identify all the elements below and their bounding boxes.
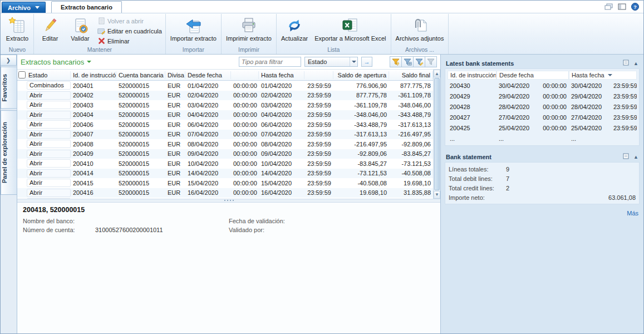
cell[interactable]: 02/04/2020 xyxy=(259,92,304,99)
cell[interactable]: 520000015 xyxy=(116,141,165,148)
cell[interactable]: EUR xyxy=(165,189,185,196)
importar-extracto-button[interactable]: Importar extracto xyxy=(167,14,220,46)
cell[interactable]: 19.698,10 xyxy=(333,189,389,196)
cell[interactable]: 01/04/2020 xyxy=(185,82,231,89)
cell[interactable]: 200404 xyxy=(71,111,116,118)
splitter-handle[interactable] xyxy=(17,199,440,203)
editar-en-cuadricula-button[interactable]: Editar en cuadrícula xyxy=(95,27,164,35)
column-header[interactable]: Hasta fecha xyxy=(259,71,304,79)
cell[interactable]: 520000015 xyxy=(116,150,165,157)
help-icon[interactable]: ? xyxy=(631,3,639,11)
cell[interactable]: EUR xyxy=(165,131,185,137)
cell[interactable]: 03/04/2020 xyxy=(259,102,304,109)
column-header[interactable]: Saldo de apertura xyxy=(333,71,389,79)
table-row[interactable]: Abrir200408520000015EUR08/04/202000:00:0… xyxy=(17,139,433,149)
table-row[interactable]: Abrir200416520000015EUR16/04/202000:00:0… xyxy=(17,188,433,198)
cell[interactable]: -348.046,00 xyxy=(389,102,433,109)
cell[interactable]: Abrir xyxy=(27,140,71,148)
cell[interactable]: 16/04/2020 xyxy=(185,189,231,196)
select-all-checkbox[interactable] xyxy=(18,71,26,78)
cell[interactable]: 520000015 xyxy=(116,131,165,137)
cell[interactable]: 877.775,78 xyxy=(333,92,389,99)
cell[interactable]: 01/04/2020 xyxy=(259,82,304,89)
table-row[interactable]: Abrir200402520000015EUR02/04/202000:00:0… xyxy=(17,91,433,101)
scroll-down-button[interactable]: ▼ xyxy=(434,191,440,199)
table-row[interactable]: Combinados200401520000015EUR01/04/202000… xyxy=(17,81,433,91)
cell[interactable]: 31.835,88 xyxy=(389,189,433,196)
cell[interactable]: EUR xyxy=(165,160,185,167)
column-header[interactable]: Hasta fecha xyxy=(569,71,637,80)
collapse-chevron-icon[interactable]: ▲ xyxy=(633,61,638,66)
cell[interactable]: 877.775,78 xyxy=(389,82,433,89)
filter-input[interactable] xyxy=(239,57,301,67)
column-header[interactable]: Id. de instrucción xyxy=(71,71,116,79)
cell[interactable]: Combinados xyxy=(27,81,71,90)
cell[interactable]: Abrir xyxy=(27,179,71,187)
cell[interactable]: 08/04/2020 xyxy=(259,141,304,148)
list-title[interactable]: Extractos bancarios xyxy=(21,58,91,66)
column-header[interactable]: Divisa xyxy=(165,71,185,79)
scroll-up-button[interactable]: ▲ xyxy=(434,70,440,77)
cell[interactable]: 200402 xyxy=(71,92,116,99)
cell[interactable]: EUR xyxy=(165,141,185,148)
cell[interactable]: 04/04/2020 xyxy=(259,111,304,118)
cell[interactable]: -317.613,13 xyxy=(333,131,389,137)
cell[interactable]: 00:00:00 xyxy=(231,121,259,128)
cell[interactable]: 03/04/2020 xyxy=(185,102,231,109)
table-row[interactable]: Abrir200406520000015EUR06/04/202000:00:0… xyxy=(17,120,433,130)
cell[interactable]: 14/04/2020 xyxy=(185,170,231,176)
windows-icon[interactable] xyxy=(604,3,613,10)
table-row[interactable]: Abrir200409520000015EUR09/04/202000:00:0… xyxy=(17,149,433,159)
cell[interactable]: 15/04/2020 xyxy=(259,180,304,186)
cell[interactable]: 200415 xyxy=(71,180,116,186)
advanced-filter-button[interactable] xyxy=(413,56,425,67)
cell[interactable]: -361.109,78 xyxy=(389,92,433,99)
cell[interactable]: 16/04/2020 xyxy=(259,189,304,196)
extracto-button[interactable]: Extracto xyxy=(2,14,32,46)
more-link[interactable]: Más xyxy=(445,210,640,217)
filter-by-selection-button[interactable] xyxy=(390,56,402,67)
cell[interactable]: 00:00:00 xyxy=(231,102,259,109)
cell[interactable]: 520000015 xyxy=(116,121,165,128)
layout-icon[interactable] xyxy=(618,3,626,10)
scrollbar-thumb[interactable] xyxy=(434,78,440,190)
cell[interactable]: 00:00:00 xyxy=(231,160,259,167)
cell[interactable]: 200401 xyxy=(71,82,116,89)
popout-icon[interactable] xyxy=(623,153,629,160)
file-menu-button[interactable]: Archivo xyxy=(2,2,46,13)
cell[interactable]: 200414 xyxy=(71,170,116,176)
cell[interactable]: 09/04/2020 xyxy=(185,150,231,157)
tab-extracto-bancario[interactable]: Extracto bancario xyxy=(51,1,122,13)
remove-filter-button[interactable] xyxy=(425,56,437,67)
cell[interactable]: -348.046,00 xyxy=(333,111,389,118)
cell[interactable]: 07/04/2020 xyxy=(259,131,304,137)
cell[interactable]: 200407 xyxy=(71,131,116,137)
cell[interactable]: 520000015 xyxy=(116,82,165,89)
factbox-row[interactable]: 20043030/04/202000:00:0030/04/202023:59:… xyxy=(448,80,637,91)
factbox-row[interactable]: 20042525/04/202000:00:0025/04/202023:59:… xyxy=(448,122,637,133)
cell[interactable]: 776.906,90 xyxy=(333,82,389,89)
cell[interactable]: EUR xyxy=(165,180,185,186)
eliminar-button[interactable]: Eliminar xyxy=(95,37,164,45)
cell[interactable]: EUR xyxy=(165,92,185,99)
cell[interactable]: Abrir xyxy=(27,101,71,109)
cell[interactable]: 23:59:59 xyxy=(304,160,333,167)
cell[interactable]: 00:00:00 xyxy=(231,180,259,186)
cell[interactable]: 200403 xyxy=(71,102,116,109)
cell[interactable]: EUR xyxy=(165,111,185,118)
filter-field-select[interactable]: Estado xyxy=(304,57,358,67)
cell[interactable]: 520000015 xyxy=(116,102,165,109)
cell[interactable]: Abrir xyxy=(27,159,71,168)
cell[interactable]: 23:59:59 xyxy=(304,180,333,186)
cell[interactable]: -83.845,27 xyxy=(333,160,389,167)
expand-pane-chevron-icon[interactable]: ❯ xyxy=(1,55,17,66)
volver-a-abrir-button[interactable]: Volver a abrir xyxy=(95,17,164,25)
cell[interactable]: Abrir xyxy=(27,91,71,100)
cell[interactable]: 520000015 xyxy=(116,111,165,118)
cell[interactable]: 23:59:59 xyxy=(304,131,333,137)
cell[interactable]: 00:00:00 xyxy=(231,82,259,89)
cell[interactable]: EUR xyxy=(165,102,185,109)
factbox-row[interactable]: 20042828/04/202000:00:0028/04/202023:59:… xyxy=(448,101,637,112)
table-row[interactable]: Abrir200407520000015EUR07/04/202000:00:0… xyxy=(17,130,433,140)
cell[interactable]: -83.845,27 xyxy=(389,150,433,157)
